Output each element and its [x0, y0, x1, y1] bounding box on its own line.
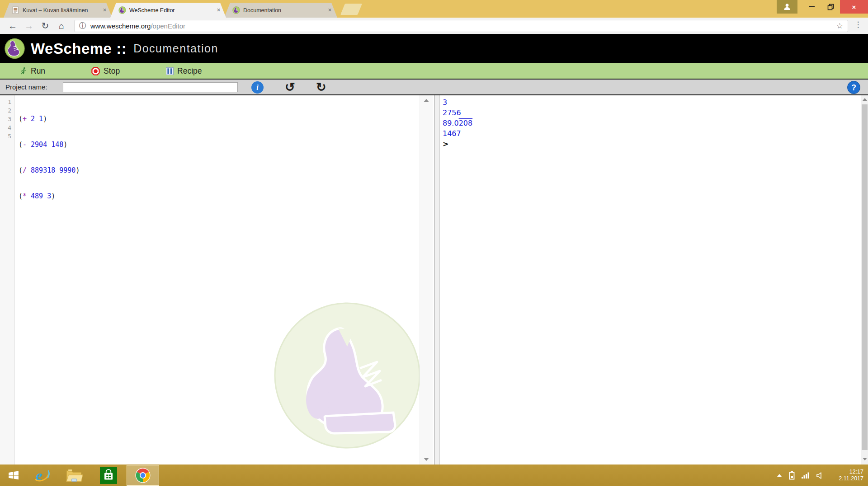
code-line: (/8893189990) [19, 166, 80, 175]
code-editor[interactable]: 1 2 3 4 5 (+21) (-2904148) (/8893189990)… [0, 95, 434, 465]
battery-indicator[interactable] [789, 471, 795, 480]
new-tab-button[interactable] [340, 4, 362, 15]
speaker-icon [816, 472, 825, 479]
scroll-down-icon[interactable] [863, 458, 867, 460]
redo-icon[interactable]: ↻ [316, 80, 326, 94]
repl-value: 3 [443, 97, 861, 108]
browser-toolbar: ← → ↻ ⌂ ⓘ www.wescheme.org/openEditor ☆ … [0, 18, 868, 34]
signal-bars-icon [801, 472, 810, 479]
line-number: 1 [0, 98, 11, 106]
code-line: (+21) [19, 115, 80, 123]
chevron-up-icon [776, 473, 783, 478]
windows-taskbar: e [0, 465, 868, 486]
repl-output[interactable]: 3 2756 89.0208 1467 > [439, 95, 861, 465]
minimize-button[interactable] [802, 0, 821, 14]
restore-button[interactable] [821, 0, 840, 14]
tab-close-icon[interactable]: × [101, 6, 108, 14]
reload-icon: ↻ [42, 20, 49, 31]
reload-button[interactable]: ↻ [37, 19, 53, 33]
tab-close-icon[interactable]: × [326, 6, 334, 14]
help-button[interactable]: ? [847, 81, 860, 94]
minimize-icon [809, 6, 815, 7]
line-number: 4 [0, 123, 11, 132]
network-indicator[interactable] [801, 472, 810, 479]
main-content: 1 2 3 4 5 (+21) (-2904148) (/8893189990)… [0, 95, 868, 465]
scrollbar-thumb[interactable] [862, 104, 868, 450]
folder-icon [66, 468, 83, 483]
back-icon: ← [8, 21, 17, 31]
repeating-decimal: 208 [459, 119, 473, 127]
windows-logo-icon [7, 469, 20, 482]
stop-button[interactable]: Stop [91, 66, 120, 76]
tab-title: WeScheme Editor [129, 7, 213, 14]
line-number: 5 [0, 132, 11, 141]
scroll-up-icon[interactable] [424, 99, 429, 102]
chrome-icon [135, 468, 151, 483]
show-hidden-icons-button[interactable] [776, 473, 783, 478]
person-icon [783, 2, 792, 11]
close-icon: × [852, 3, 856, 11]
code-lines[interactable]: (+21) (-2904148) (/8893189990) (*4893) [19, 98, 80, 218]
tab-kuvat[interactable]: Kuvat – Kuvan lisääminen × [4, 3, 112, 18]
internet-explorer-button[interactable]: e [31, 465, 52, 486]
chrome-button-active[interactable] [127, 465, 159, 486]
tab-title: Documentation [243, 7, 324, 14]
project-row: Project name: i ↺ ↻ ? [0, 80, 868, 95]
time: 12:17 [831, 469, 863, 475]
code-line: (-2904148) [19, 141, 80, 149]
scroll-down-icon[interactable] [424, 458, 429, 461]
tab-wescheme-editor[interactable]: WeScheme Editor × [110, 3, 226, 18]
wescheme-icon [232, 6, 240, 14]
address-bar[interactable]: ⓘ www.wescheme.org/openEditor ☆ [74, 20, 848, 32]
desktop: Kuvat – Kuvan lisääminen × WeScheme Edit… [0, 0, 868, 488]
window-controls: × [777, 0, 868, 14]
store-icon [100, 467, 117, 484]
tab-documentation[interactable]: Documentation × [224, 3, 337, 18]
page-scrollbar[interactable] [861, 95, 868, 465]
run-label: Run [31, 66, 45, 76]
scroll-up-icon[interactable] [863, 98, 867, 101]
project-name-label: Project name: [5, 83, 47, 91]
code-line: (*4893) [19, 192, 80, 201]
wescheme-header: WeScheme :: Documentation [0, 34, 868, 63]
project-name-input[interactable] [63, 82, 238, 92]
wescheme-shoe-watermark [271, 300, 423, 451]
recipe-label: Recipe [177, 66, 202, 76]
line-number-gutter: 1 2 3 4 5 [0, 95, 15, 465]
back-button[interactable]: ← [5, 19, 21, 33]
bookmark-star-icon[interactable]: ☆ [836, 21, 843, 31]
forward-icon: → [24, 21, 33, 31]
line-number: 2 [0, 106, 11, 115]
undo-icon[interactable]: ↺ [285, 80, 295, 94]
home-icon: ⌂ [59, 21, 64, 31]
repl-prompt: > [443, 139, 861, 149]
forward-button[interactable]: → [21, 19, 37, 33]
close-button[interactable]: × [840, 0, 868, 14]
recipe-button[interactable]: Recipe [166, 66, 202, 76]
url-host: www.wescheme.org [90, 22, 151, 30]
profile-button[interactable] [777, 0, 797, 14]
restore-icon [827, 4, 834, 10]
windows-store-button[interactable] [98, 465, 119, 486]
start-button[interactable] [3, 465, 24, 486]
file-explorer-button[interactable] [63, 465, 85, 486]
stop-label: Stop [104, 66, 120, 76]
run-button[interactable]: Run [19, 66, 45, 76]
stop-icon [91, 67, 100, 75]
volume-indicator[interactable] [816, 472, 825, 479]
date: 2.11.2017 [831, 475, 863, 482]
tab-title: Kuvat – Kuvan lisääminen [23, 7, 99, 14]
pane-splitter[interactable] [434, 95, 439, 465]
repl-value: 89.0208 [443, 118, 861, 128]
editor-scrollbar[interactable] [420, 95, 433, 465]
browser-menu-icon[interactable]: ⋮ [852, 20, 864, 29]
repl-value: 1467 [443, 128, 861, 139]
page-info-icon[interactable]: ⓘ [79, 21, 86, 31]
home-button[interactable]: ⌂ [53, 19, 70, 33]
clock[interactable]: 12:17 2.11.2017 [831, 469, 863, 482]
tab-close-icon[interactable]: × [215, 6, 222, 14]
wescheme-icon [118, 6, 126, 14]
internet-explorer-icon: e [33, 467, 50, 484]
info-button[interactable]: i [251, 81, 264, 94]
url-path: /openEditor [151, 22, 185, 30]
